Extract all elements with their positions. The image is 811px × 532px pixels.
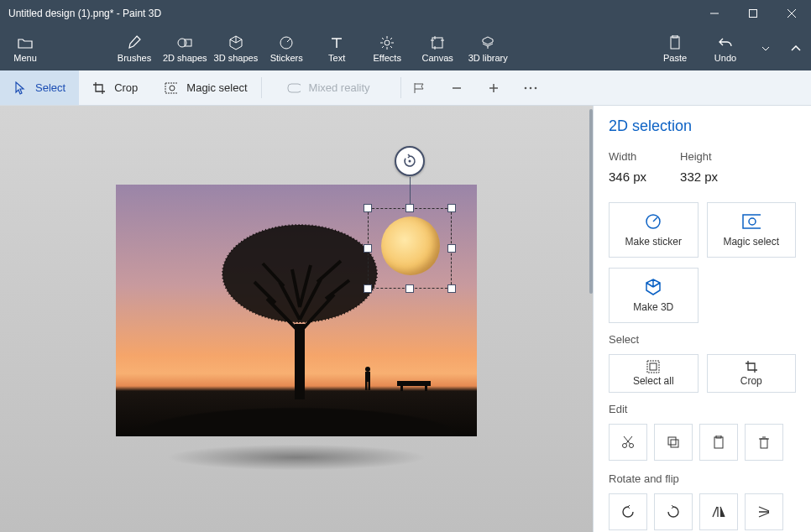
rotate-section-label: Rotate and flip [609,472,796,485]
svg-rect-16 [432,38,442,48]
crop-label: Crop [114,81,138,94]
flip-v-icon [757,504,771,519]
magic-select-button[interactable]: Magic select [707,202,797,258]
select-all-label: Select all [633,375,674,387]
paste-edit-icon [713,436,725,449]
magic-select-card-label: Magic select [723,236,779,248]
svg-point-7 [385,40,390,45]
cut-button[interactable] [609,424,647,461]
resize-handle-tr[interactable] [447,204,456,212]
workspace[interactable] [0,106,593,532]
paste-edit-button[interactable] [699,424,738,461]
svg-rect-43 [647,361,659,373]
make-3d-button[interactable]: Make 3D [609,268,699,323]
minimize-icon [710,9,719,18]
ribbon: Menu Brushes 2D shapes 3D shapes Sticker… [0,27,811,70]
select-tool[interactable]: Select [0,70,79,105]
svg-rect-21 [671,37,679,49]
mixed-reality-label: Mixed reality [309,81,370,94]
copy-button[interactable] [654,424,693,461]
svg-rect-41 [743,215,761,228]
canvas-label: Canvas [422,53,453,63]
resize-handle-mr[interactable] [447,244,456,253]
brush-icon [127,35,142,50]
select-all-icon [646,360,660,373]
brushes-button[interactable]: Brushes [109,27,160,70]
crop-icon [92,81,106,95]
flip-h-icon [711,505,726,519]
zoom-in-button[interactable] [475,70,512,105]
history-dropdown[interactable] [751,27,781,70]
stickers-icon [279,35,294,50]
width-value[interactable]: 346 px [609,170,646,184]
svg-rect-37 [365,382,368,390]
rotate-stem [410,177,411,204]
canvas[interactable] [116,185,477,436]
canvas-icon [430,35,445,50]
delete-button[interactable] [745,424,783,461]
minus-icon [451,82,463,94]
canvas-button[interactable]: Canvas [412,27,463,70]
delete-icon [758,436,770,449]
crop-card-icon [745,360,758,373]
2d-shapes-button[interactable]: 2D shapes [160,27,211,70]
close-icon [787,9,796,18]
cursor-icon [13,81,27,95]
svg-rect-1 [750,10,757,18]
mixed-reality-tool: Mixed reality [262,70,384,105]
undo-button[interactable]: Undo [700,27,751,70]
effects-button[interactable]: Effects [362,27,412,70]
3d-shapes-button[interactable]: 3D shapes [211,27,262,70]
resize-handle-br[interactable] [447,284,456,293]
svg-point-46 [630,444,634,448]
properties-panel: 2D selection Width 346 px Height 332 px … [593,106,811,532]
shapes-2d-icon [177,35,192,50]
width-label: Width [609,150,646,163]
view-3d-button[interactable] [401,70,438,105]
resize-handle-bm[interactable] [406,284,414,293]
magic-select-tool[interactable]: Magic select [151,70,260,105]
svg-point-24 [170,86,175,91]
scene-bench [397,381,431,386]
height-label: Height [680,150,718,163]
menu-button[interactable]: Menu [0,27,50,70]
flip-vertical-button[interactable] [745,493,783,530]
rotate-right-button[interactable] [654,493,693,530]
magic-select-label: Magic select [186,81,247,94]
paste-icon [667,35,683,50]
selection-box[interactable] [368,208,452,289]
select-all-button[interactable]: Select all [609,354,699,393]
svg-point-45 [623,444,627,448]
resize-handle-tm[interactable] [406,204,414,212]
crop-tool[interactable]: Crop [79,70,151,105]
scene-person [362,366,374,391]
svg-rect-23 [165,83,178,93]
minimize-button[interactable] [695,0,734,27]
text-button[interactable]: Text [311,27,362,70]
flip-horizontal-button[interactable] [699,493,738,530]
resize-handle-ml[interactable] [364,244,372,253]
3d-library-button[interactable]: 3D library [463,27,513,70]
more-button[interactable] [512,70,549,105]
titlebar: Untitled design (1).png* - Paint 3D [0,0,811,27]
make-3d-label: Make 3D [633,301,673,313]
height-value[interactable]: 332 px [680,170,718,184]
svg-point-33 [222,225,377,322]
collapse-ribbon-button[interactable] [781,27,811,70]
resize-handle-tl[interactable] [364,204,372,212]
sub-toolbar: Select Crop Magic select Mixed reality [0,70,811,106]
rotate-handle[interactable] [395,146,425,176]
paste-button[interactable]: Paste [650,27,700,70]
zoom-out-button[interactable] [438,70,475,105]
maximize-button[interactable] [734,0,772,27]
svg-line-15 [382,46,384,48]
resize-handle-bl[interactable] [364,284,372,293]
close-button[interactable] [772,0,811,27]
svg-line-12 [382,38,384,39]
make-sticker-button[interactable]: Make sticker [609,202,699,258]
stickers-button[interactable]: Stickers [261,27,311,70]
copy-icon [667,436,680,449]
rotate-left-button[interactable] [609,493,647,530]
crop-button[interactable]: Crop [707,354,797,393]
magic-select-card-icon [742,212,761,231]
